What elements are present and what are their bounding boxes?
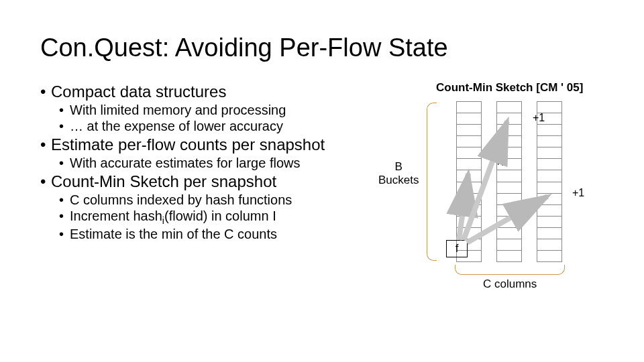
sketch-caption: Count-Min Sketch [CM ' 05] bbox=[436, 81, 583, 95]
bullet-1b-text: … at the expense of lower accuracy bbox=[70, 119, 376, 134]
arrows-overlay bbox=[376, 81, 604, 296]
bullet-2-text: Estimate per-flow counts per snapshot bbox=[51, 135, 376, 154]
buckets-label-b: B bbox=[395, 160, 402, 173]
bullet-3c: • Estimate is the min of the C counts bbox=[59, 227, 376, 242]
columns-label: C columns bbox=[483, 278, 537, 291]
buckets-label: B Buckets bbox=[378, 160, 419, 186]
bullet-3b-pre: Increment hash bbox=[70, 208, 162, 223]
plus1-label-1: +1 bbox=[533, 112, 545, 124]
brace-horizontal bbox=[455, 265, 565, 275]
bullet-icon: • bbox=[40, 82, 51, 101]
bullet-1a-text: With limited memory and processing bbox=[70, 103, 376, 118]
bullet-3a: • C columns indexed by hash functions bbox=[59, 192, 376, 208]
bullet-icon: • bbox=[59, 119, 70, 134]
slide: Con.Quest: Avoiding Per-Flow State • Com… bbox=[0, 0, 644, 362]
content-row: • Compact data structures • With limited… bbox=[40, 81, 604, 296]
f-node: f bbox=[446, 240, 468, 257]
sketch-column-2 bbox=[496, 101, 522, 262]
brace-vertical bbox=[427, 103, 437, 261]
plus1-label-2: +1 bbox=[495, 156, 507, 168]
bullet-1a: • With limited memory and processing bbox=[59, 103, 376, 118]
plus1-label-3: +1 bbox=[572, 187, 584, 199]
bullet-2a: • With accurate estimates for large flow… bbox=[59, 156, 376, 171]
bullet-3c-text: Estimate is the min of the C counts bbox=[70, 227, 376, 242]
bullet-3-text: Count-Min Sketch per snapshot bbox=[51, 172, 376, 191]
bullet-icon: • bbox=[59, 156, 70, 171]
bullet-icon: • bbox=[40, 135, 51, 154]
bullet-1-text: Compact data structures bbox=[51, 82, 376, 101]
page-title: Con.Quest: Avoiding Per-Flow State bbox=[40, 34, 604, 62]
bullet-list: • Compact data structures • With limited… bbox=[40, 81, 376, 243]
bullet-icon: • bbox=[59, 103, 70, 118]
bullet-3b-post: (flowid) in column I bbox=[164, 208, 276, 223]
bullet-3b-text: Increment hashi(flowid) in column I bbox=[70, 208, 376, 226]
sketch-diagram: Count-Min Sketch [CM ' 05] B Buckets bbox=[376, 81, 604, 296]
sketch-column-1 bbox=[456, 101, 482, 262]
bullet-icon: • bbox=[59, 192, 70, 208]
bullet-1b: • … at the expense of lower accuracy bbox=[59, 119, 376, 134]
bullet-3: • Count-Min Sketch per snapshot bbox=[40, 172, 376, 191]
bullet-2: • Estimate per-flow counts per snapshot bbox=[40, 135, 376, 154]
sketch-column-3 bbox=[537, 101, 562, 262]
bullet-1: • Compact data structures bbox=[40, 82, 376, 101]
bullet-icon: • bbox=[40, 172, 51, 191]
bullet-icon: • bbox=[59, 208, 70, 224]
bullet-3b: • Increment hashi(flowid) in column I bbox=[59, 208, 376, 226]
bullet-icon: • bbox=[59, 227, 70, 242]
buckets-label-buckets: Buckets bbox=[378, 174, 419, 186]
bullet-2a-text: With accurate estimates for large flows bbox=[70, 156, 376, 171]
bullet-3a-text: C columns indexed by hash functions bbox=[70, 192, 376, 208]
